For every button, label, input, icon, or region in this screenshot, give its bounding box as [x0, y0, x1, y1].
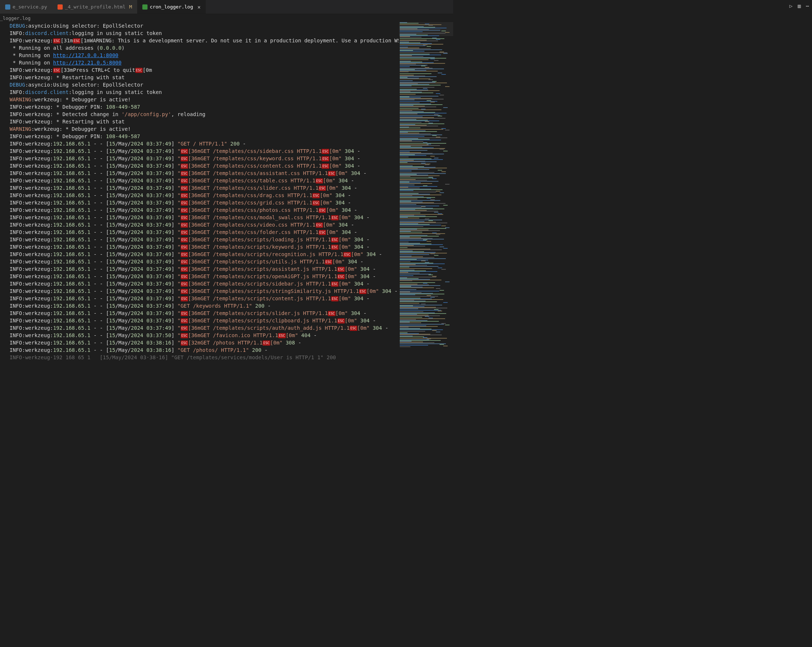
tab-service-py[interactable]: e_service.py [0, 0, 52, 14]
close-icon[interactable]: ✕ [198, 4, 201, 10]
tab-modified-indicator: M [129, 4, 132, 9]
breadcrumb[interactable]: _logger.log [0, 14, 453, 22]
minimap[interactable] [398, 22, 453, 360]
tab-label: cron_logger.log [150, 4, 193, 9]
tab-cron-logger-log[interactable]: cron_logger.log ✕ [137, 0, 206, 14]
breadcrumb-text: _logger.log [0, 15, 31, 21]
log-file-icon [142, 5, 148, 9]
tab-label: _4_write_profile.html [65, 4, 125, 9]
html-file-icon [58, 5, 63, 9]
editor-tabs: e_service.py _4_write_profile.html M cro… [0, 0, 453, 14]
tab-label: e_service.py [12, 4, 47, 9]
log-content[interactable]: DEBUG:asyncio:Using selector: EpollSelec… [0, 22, 398, 360]
tab-write-profile-html[interactable]: _4_write_profile.html M [52, 0, 137, 14]
python-file-icon [5, 5, 10, 9]
editor-area: DEBUG:asyncio:Using selector: EpollSelec… [0, 22, 453, 360]
